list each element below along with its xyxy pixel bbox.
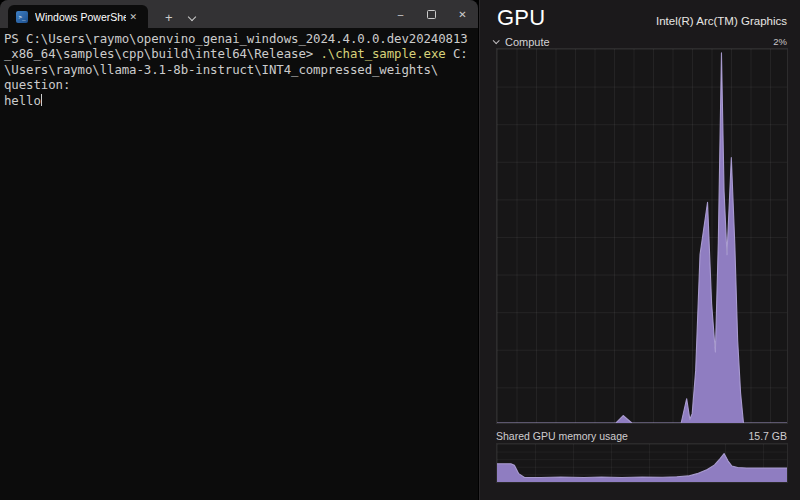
terminal-line: \Users\raymo\llama-3.1-8b-instruct\INT4_… xyxy=(4,62,478,77)
shared-memory-chart xyxy=(496,443,788,483)
powershell-window: >_ Windows PowerShell ✕ + – ✕ PS C:\User… xyxy=(0,0,478,500)
maximize-button[interactable] xyxy=(416,0,447,28)
maximize-icon xyxy=(427,10,436,19)
chevron-down-icon xyxy=(493,37,500,44)
close-button[interactable]: ✕ xyxy=(447,0,478,28)
terminal-line: hello xyxy=(4,93,478,108)
tab-close-icon[interactable]: ✕ xyxy=(126,10,140,24)
text-cursor xyxy=(41,94,43,106)
gpu-panel: GPU Intel(R) Arc(TM) Graphics Compute 2%… xyxy=(479,0,800,500)
powershell-icon: >_ xyxy=(16,11,28,23)
compute-section-header[interactable]: Compute 2% xyxy=(493,35,787,48)
shared-memory-chart-area xyxy=(497,444,787,482)
terminal-line: _x86_64\samples\cpp\build\intel64\Releas… xyxy=(4,46,478,61)
window-controls: – ✕ xyxy=(385,0,478,28)
tab-title: Windows PowerShell xyxy=(35,11,126,23)
gpu-page-title: GPU xyxy=(497,5,545,31)
gpu-device-name: Intel(R) Arc(TM) Graphics xyxy=(656,15,787,27)
terminal-output[interactable]: PS C:\Users\raymo\openvino_genai_windows… xyxy=(0,28,478,108)
terminal-line: PS C:\Users\raymo\openvino_genai_windows… xyxy=(4,31,478,46)
tab-dropdown-chevron-icon[interactable] xyxy=(187,13,195,21)
shared-memory-total: 15.7 GB xyxy=(748,430,787,442)
gpu-compute-chart-area xyxy=(497,49,787,423)
gpu-compute-chart xyxy=(496,48,788,424)
compute-usage-percent: 2% xyxy=(773,36,787,47)
compute-label: Compute xyxy=(505,36,550,48)
shared-memory-label: Shared GPU memory usage xyxy=(496,430,628,442)
shared-memory-header: Shared GPU memory usage 15.7 GB xyxy=(496,430,787,442)
terminal-line: question: xyxy=(4,77,478,92)
new-tab-button[interactable]: + xyxy=(161,10,177,25)
minimize-button[interactable]: – xyxy=(385,0,416,28)
terminal-title-bar: >_ Windows PowerShell ✕ + – ✕ xyxy=(0,0,478,28)
tab-windows-powershell[interactable]: >_ Windows PowerShell ✕ xyxy=(8,5,148,28)
